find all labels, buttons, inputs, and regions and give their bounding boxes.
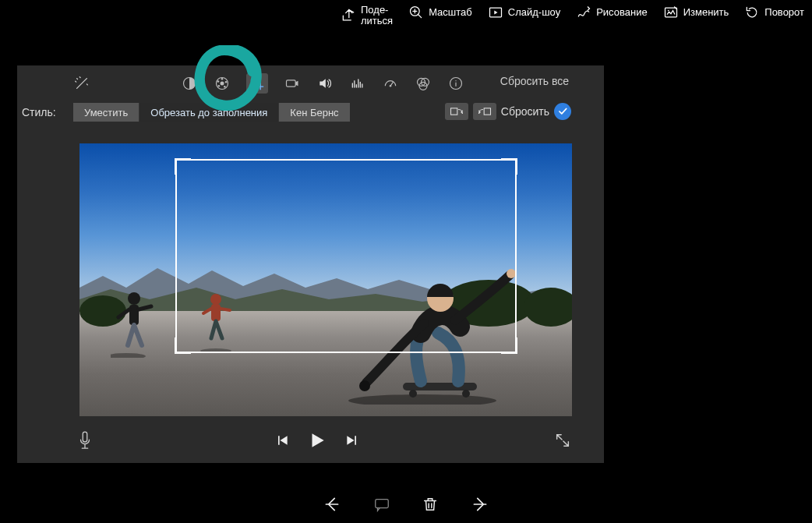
color-correction-tool[interactable]	[214, 75, 231, 92]
preview-skater-left	[111, 288, 157, 358]
delete-button[interactable]	[422, 496, 439, 513]
crop-fill-option[interactable]: Обрезать до заполнения	[139, 103, 278, 122]
crop-frame[interactable]	[175, 159, 517, 353]
slideshow-label: Слайд-шоу	[508, 7, 560, 18]
svg-point-10	[218, 85, 221, 87]
magic-wand-icon[interactable]	[73, 75, 90, 92]
svg-rect-33	[83, 432, 87, 442]
svg-point-11	[217, 80, 220, 83]
nav-back-button[interactable]	[322, 494, 342, 514]
video-preview[interactable]	[79, 143, 572, 416]
crop-handle-tl[interactable]	[175, 158, 191, 175]
speed-tool[interactable]	[382, 75, 399, 92]
svg-rect-2	[665, 8, 676, 17]
style-label: Стиль:	[22, 106, 56, 118]
editor-panel: Сбросить все Стиль: Уместить Обрезать до…	[17, 65, 604, 463]
reset-crop-button[interactable]: Сбросить	[501, 105, 549, 118]
zoom-label: Масштаб	[429, 7, 472, 18]
rotate-ccw-button[interactable]	[445, 103, 468, 120]
draw-label: Рисование	[596, 7, 647, 18]
share-button[interactable]: Поде- литься	[341, 5, 393, 27]
prev-button[interactable]	[274, 433, 290, 448]
info-tool[interactable]	[447, 75, 464, 92]
apply-crop-button[interactable]	[554, 103, 571, 120]
rotate-icon	[744, 5, 760, 20]
playback-bar	[17, 426, 604, 457]
app-top-toolbar: Поде- литься Масштаб Слайд-шоу Рисование…	[0, 0, 812, 31]
fullscreen-button[interactable]	[554, 432, 571, 449]
crop-style-segmented: Уместить Обрезать до заполнения Кен Берн…	[73, 103, 350, 122]
rotate-label: Поворот	[764, 7, 804, 18]
rotate-button[interactable]: Поворот	[744, 5, 804, 20]
ken-burns-option[interactable]: Кен Бернс	[278, 103, 349, 122]
svg-point-6	[221, 82, 224, 86]
svg-point-30	[359, 380, 370, 391]
crop-actions: Сбросить	[445, 103, 571, 120]
share-icon	[341, 8, 356, 23]
svg-point-26	[348, 394, 496, 405]
svg-point-28	[409, 390, 417, 398]
magnify-plus-icon	[408, 5, 424, 20]
crop-tool[interactable]	[246, 73, 268, 94]
voiceover-button[interactable]	[76, 430, 94, 452]
viewer-bottom-bar	[0, 486, 812, 523]
slideshow-icon	[488, 5, 503, 20]
svg-point-21	[128, 292, 140, 305]
slideshow-button[interactable]: Слайд-шоу	[488, 5, 560, 20]
rotate-cw-button[interactable]	[473, 103, 496, 120]
svg-point-3	[667, 10, 669, 12]
adjust-toolbar: Сбросить все	[17, 65, 604, 98]
next-button[interactable]	[344, 433, 360, 448]
svg-rect-22	[129, 305, 139, 325]
equalizer-tool[interactable]	[349, 75, 366, 92]
svg-rect-34	[376, 500, 389, 508]
nav-forward-button[interactable]	[470, 494, 490, 514]
reset-all-button[interactable]: Сбросить все	[500, 75, 569, 87]
volume-tool[interactable]	[316, 75, 334, 92]
draw-button[interactable]: Рисование	[576, 5, 647, 20]
svg-point-9	[224, 86, 226, 88]
zoom-button[interactable]: Масштаб	[408, 5, 472, 20]
svg-point-20	[111, 353, 146, 358]
svg-rect-27	[403, 383, 477, 390]
share-label: Поде- литься	[361, 5, 393, 27]
svg-rect-18	[450, 108, 457, 115]
transport-controls	[274, 430, 360, 451]
color-balance-tool[interactable]	[181, 75, 198, 92]
crop-handle-bl[interactable]	[175, 337, 191, 354]
edit-button[interactable]: Изменить	[663, 5, 729, 20]
svg-point-7	[221, 78, 224, 80]
filters-tool[interactable]	[415, 75, 432, 92]
svg-point-8	[225, 81, 228, 83]
svg-rect-19	[484, 108, 490, 115]
edit-icon	[663, 5, 679, 20]
crop-handle-br[interactable]	[501, 337, 517, 354]
fit-option[interactable]: Уместить	[73, 103, 139, 122]
stabilize-tool[interactable]	[284, 75, 301, 92]
crop-style-bar: Стиль: Уместить Обрезать до заполнения К…	[17, 101, 604, 126]
svg-point-13	[390, 85, 392, 87]
draw-icon	[576, 5, 591, 20]
svg-point-29	[462, 390, 470, 398]
svg-rect-12	[287, 80, 296, 87]
edit-label: Изменить	[683, 7, 729, 18]
crop-handle-tr[interactable]	[501, 158, 517, 175]
comment-button[interactable]	[373, 496, 390, 513]
play-button[interactable]	[307, 430, 327, 451]
preview-bush	[524, 288, 572, 327]
